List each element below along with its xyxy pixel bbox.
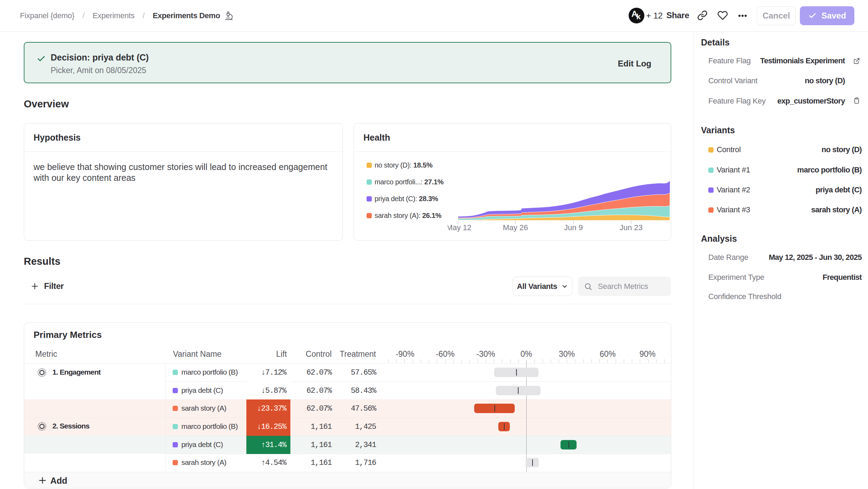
svg-text:May 12: May 12 bbox=[448, 223, 471, 232]
svg-text:Jun 9: Jun 9 bbox=[564, 223, 583, 232]
svg-text:May 26: May 26 bbox=[503, 223, 528, 232]
svg-text:Jun 23: Jun 23 bbox=[620, 223, 643, 232]
